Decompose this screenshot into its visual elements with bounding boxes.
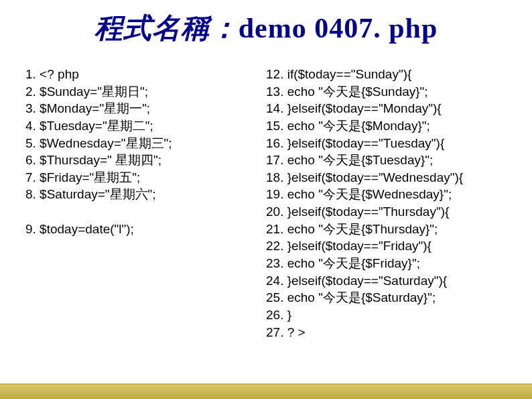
code-line: 15. echo "今天是{$Monday}"; xyxy=(266,117,507,135)
code-line: 4. $Tuesday="星期二"; xyxy=(25,117,266,135)
title-main: demo 0407. php xyxy=(239,13,438,44)
code-line: 19. echo "今天是{$Wednesday}"; xyxy=(266,186,507,203)
left-column: 1. <? php 2. $Sunday="星期日"; 3. $Monday="… xyxy=(25,66,266,341)
footer-bar xyxy=(0,384,532,399)
code-line: 26. } xyxy=(266,306,507,324)
code-line: 9. $today=date("l"); xyxy=(25,221,266,238)
code-columns: 1. <? php 2. $Sunday="星期日"; 3. $Monday="… xyxy=(0,66,532,341)
code-line: 22. }elseif($today=="Friday"){ xyxy=(266,237,507,255)
code-line: 21. echo "今天是{$Thursday}"; xyxy=(266,221,507,238)
code-line: 18. }elseif($today=="Wednesday"){ xyxy=(266,169,507,186)
blank-line xyxy=(25,203,266,221)
code-line: 2. $Sunday="星期日"; xyxy=(25,83,266,101)
code-line: 24. }elseif($today=="Saturday"){ xyxy=(266,272,507,290)
code-line: 5. $Wednesday="星期三"; xyxy=(25,135,266,152)
code-line: 1. <? php xyxy=(25,66,266,83)
code-line: 13. echo "今天是{$Sunday}"; xyxy=(266,83,507,101)
code-line: 23. echo "今天是{$Friday}"; xyxy=(266,255,507,272)
right-column: 12. if($today=="Sunday"){ 13. echo "今天是{… xyxy=(266,66,507,341)
title-prefix: 程式名稱： xyxy=(94,13,239,44)
code-line: 6. $Thursday=" 星期四"; xyxy=(25,152,266,169)
code-line: 17. echo "今天是{$Tuesday}"; xyxy=(266,152,507,169)
page-title: 程式名稱：demo 0407. php xyxy=(0,9,532,47)
code-line: 16. }elseif($today=="Tuesday"){ xyxy=(266,135,507,152)
code-line: 20. }elseif($today=="Thursday"){ xyxy=(266,203,507,221)
code-line: 27. ? > xyxy=(266,324,507,341)
code-line: 14. }elseif($today=="Monday"){ xyxy=(266,100,507,117)
code-line: 7. $Friday="星期五"; xyxy=(25,169,266,186)
code-line: 8. $Saturday="星期六"; xyxy=(25,186,266,203)
code-line: 3. $Monday="星期一"; xyxy=(25,100,266,117)
code-line: 25. echo "今天是{$Saturday}"; xyxy=(266,289,507,306)
code-line: 12. if($today=="Sunday"){ xyxy=(266,66,507,83)
